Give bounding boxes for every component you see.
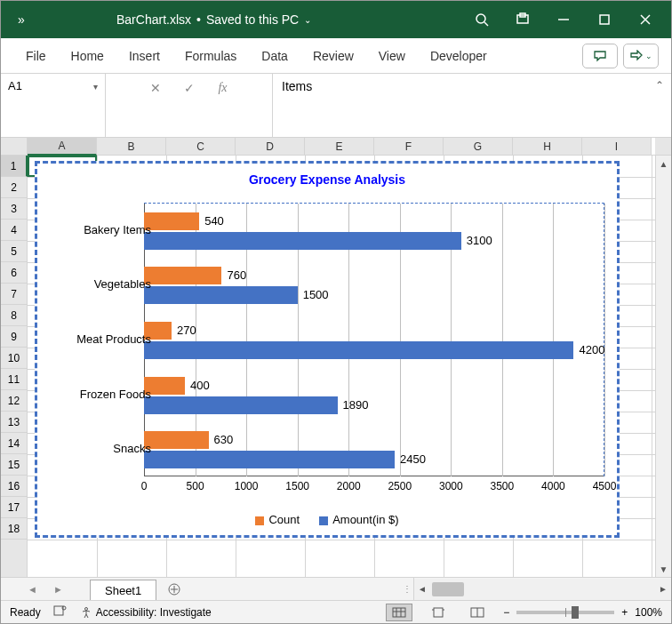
row-header-2[interactable]: 2 xyxy=(1,177,27,198)
name-box-dropdown-icon[interactable]: ▾ xyxy=(93,79,98,92)
zoom-in-button[interactable]: + xyxy=(621,606,628,619)
zoom-out-button[interactable]: − xyxy=(503,606,509,619)
plot-area[interactable]: 54031007601500270420040018906302450 xyxy=(144,203,604,476)
horizontal-scrollbar[interactable]: ◄ ► xyxy=(413,578,671,600)
bar-amount-3[interactable] xyxy=(144,396,338,414)
bar-amount-2[interactable] xyxy=(144,341,573,359)
comments-button[interactable] xyxy=(582,44,618,68)
search-button[interactable] xyxy=(461,1,502,38)
chevron-down-icon[interactable]: ⌄ xyxy=(304,15,311,25)
formula-input[interactable] xyxy=(282,79,662,93)
row-header-7[interactable]: 7 xyxy=(1,284,27,305)
sheet-tab-bar: ◄► Sheet1 ⋮ ◄ ► xyxy=(1,577,671,600)
zoom-slider[interactable] xyxy=(516,611,614,614)
row-header-16[interactable]: 16 xyxy=(1,476,27,497)
save-status: Saved to this PC xyxy=(206,12,299,27)
scroll-up-icon[interactable]: ▲ xyxy=(656,156,671,172)
scroll-right-icon[interactable]: ► xyxy=(655,579,671,600)
row-header-10[interactable]: 10 xyxy=(1,348,27,369)
bar-amount-0[interactable] xyxy=(144,232,461,250)
bar-amount-4[interactable] xyxy=(144,451,395,468)
legend-item-count[interactable]: Count xyxy=(255,513,300,526)
formula-input-area[interactable]: ⌃ xyxy=(273,74,671,137)
ribbon-tab-formulas[interactable]: Formulas xyxy=(172,38,249,74)
row-header-11[interactable]: 11 xyxy=(1,369,27,390)
add-sheet-button[interactable] xyxy=(156,578,192,600)
ribbon-tab-data[interactable]: Data xyxy=(249,38,300,74)
column-header-A[interactable]: A xyxy=(28,138,97,156)
ribbon-tab-file[interactable]: File xyxy=(13,38,59,74)
data-label: 2450 xyxy=(400,452,426,466)
column-header-F[interactable]: F xyxy=(374,138,444,155)
legend-item-amount[interactable]: Amount(in $) xyxy=(319,513,398,526)
column-header-G[interactable]: G xyxy=(444,138,513,155)
accept-formula-icon[interactable]: ✓ xyxy=(184,81,195,95)
scroll-left-icon[interactable]: ◄ xyxy=(414,579,430,600)
minimize-button[interactable] xyxy=(543,1,584,38)
column-header-E[interactable]: E xyxy=(305,138,374,155)
ribbon-tab-insert[interactable]: Insert xyxy=(116,38,172,74)
x-tick-label: 2000 xyxy=(337,480,361,492)
normal-view-button[interactable] xyxy=(386,604,412,621)
row-header-12[interactable]: 12 xyxy=(1,390,27,412)
row-header-15[interactable]: 15 xyxy=(1,454,27,476)
bar-count-1[interactable] xyxy=(144,267,221,284)
row-header-17[interactable]: 17 xyxy=(1,497,27,518)
name-box[interactable]: ▾ xyxy=(1,74,106,137)
page-break-view-button[interactable] xyxy=(464,604,491,621)
svg-rect-11 xyxy=(54,606,63,615)
category-label: Meat Products xyxy=(53,332,151,346)
ribbon-tab-review[interactable]: Review xyxy=(300,38,366,74)
column-header-H[interactable]: H xyxy=(513,138,582,155)
accessibility-status[interactable]: Accessibility: Investigate xyxy=(80,606,212,619)
row-header-4[interactable]: 4 xyxy=(1,220,27,241)
share-button[interactable]: ⌄ xyxy=(623,44,659,68)
chart-legend[interactable]: Count Amount(in $) xyxy=(37,513,617,526)
tab-split-handle[interactable]: ⋮ xyxy=(401,578,413,600)
bar-count-0[interactable] xyxy=(144,212,199,230)
macro-record-icon[interactable] xyxy=(53,604,68,620)
sheet-nav-buttons[interactable]: ◄► xyxy=(1,578,90,600)
bar-count-4[interactable] xyxy=(144,431,209,449)
row-header-18[interactable]: 18 xyxy=(1,518,27,540)
data-label: 630 xyxy=(214,433,234,446)
ribbon-tab-view[interactable]: View xyxy=(366,38,418,74)
row-header-5[interactable]: 5 xyxy=(1,241,27,262)
x-tick-label: 4500 xyxy=(593,480,617,492)
expand-formula-bar-icon[interactable]: ⌃ xyxy=(655,79,664,92)
collapse-ribbon-icon[interactable]: » xyxy=(6,12,36,27)
row-header-8[interactable]: 8 xyxy=(1,305,27,326)
page-layout-view-button[interactable] xyxy=(425,604,452,621)
vertical-scrollbar[interactable]: ▲ ▼ xyxy=(655,156,671,577)
column-header-D[interactable]: D xyxy=(236,138,305,155)
category-label: Vegetables xyxy=(53,277,151,291)
row-header-3[interactable]: 3 xyxy=(1,198,27,220)
ribbon-tab-developer[interactable]: Developer xyxy=(418,38,500,74)
ribbon-tab-home[interactable]: Home xyxy=(59,38,116,74)
row-header-6[interactable]: 6 xyxy=(1,262,27,284)
row-header-1[interactable]: 1 xyxy=(1,156,28,177)
bar-amount-1[interactable] xyxy=(144,286,298,304)
sheet-tab-sheet1[interactable]: Sheet1 xyxy=(90,580,156,600)
select-all-button[interactable] xyxy=(1,138,28,155)
account-button[interactable] xyxy=(502,1,543,38)
insert-function-icon[interactable]: fx xyxy=(218,81,227,95)
window-title: BarChart.xlsx • Saved to this PC ⌄ xyxy=(116,12,311,27)
column-header-I[interactable]: I xyxy=(582,138,652,155)
data-label: 270 xyxy=(177,324,196,337)
close-button[interactable] xyxy=(625,1,666,38)
row-header-14[interactable]: 14 xyxy=(1,433,27,454)
x-tick-label: 1500 xyxy=(285,480,309,492)
cancel-formula-icon[interactable]: ✕ xyxy=(150,81,161,95)
chart-title[interactable]: Grocery Expense Analysis xyxy=(37,164,617,192)
row-header-13[interactable]: 13 xyxy=(1,412,27,433)
zoom-level[interactable]: 100% xyxy=(635,606,662,619)
column-header-C[interactable]: C xyxy=(166,138,236,155)
cells-area[interactable]: Grocery Expense Analysis 540310076015002… xyxy=(28,156,655,577)
row-header-9[interactable]: 9 xyxy=(1,326,27,348)
maximize-button[interactable] xyxy=(584,1,625,38)
cell-reference-input[interactable] xyxy=(8,79,77,92)
column-header-B[interactable]: B xyxy=(97,138,166,155)
scroll-down-icon[interactable]: ▼ xyxy=(656,561,671,577)
chart-object[interactable]: Grocery Expense Analysis 540310076015002… xyxy=(35,161,620,538)
